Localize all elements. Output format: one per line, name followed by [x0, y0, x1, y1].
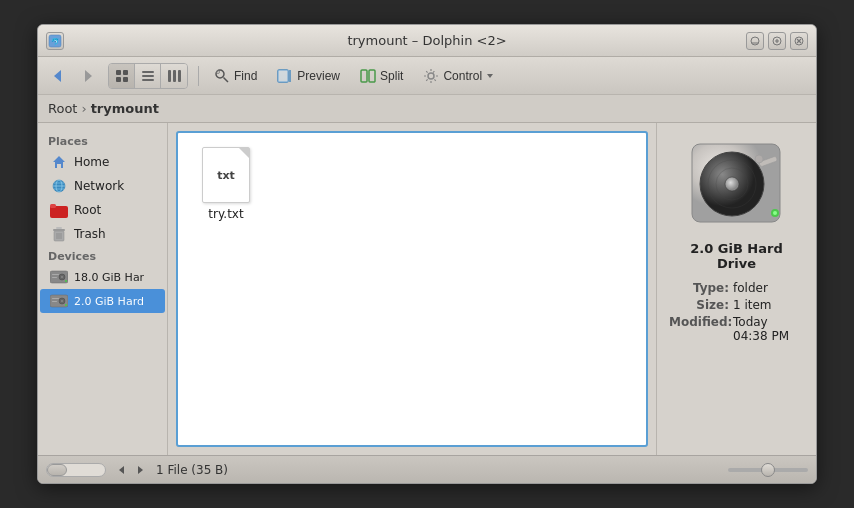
- preview-icon: [277, 68, 293, 84]
- svg-point-58: [65, 304, 67, 306]
- preview-label: Preview: [297, 69, 340, 83]
- statusbar-scroll-thumb[interactable]: [47, 464, 67, 476]
- toolbar-separator-1: [198, 66, 199, 86]
- toolbar: Find Preview Split Control: [38, 57, 816, 95]
- prev-icon: [117, 465, 127, 475]
- svg-rect-43: [56, 227, 62, 229]
- control-button[interactable]: Control: [414, 62, 503, 90]
- split-label: Split: [380, 69, 403, 83]
- svg-point-67: [773, 211, 777, 215]
- info-modified-row: Modified: Today 04:38 PM: [669, 315, 804, 343]
- addressbar: Root › trymount: [38, 95, 816, 123]
- info-type-row: Type: folder: [669, 281, 804, 295]
- svg-marker-10: [54, 70, 61, 82]
- sidebar-item-hdd1[interactable]: 18.0 GiB Har: [40, 265, 165, 289]
- svg-point-2: [751, 37, 759, 45]
- sidebar-item-home[interactable]: Home: [40, 150, 165, 174]
- svg-point-55: [61, 300, 63, 302]
- slider-track: [728, 468, 808, 472]
- icon-view-button[interactable]: [109, 64, 135, 88]
- window-menu-button[interactable]: 🐬: [46, 32, 64, 50]
- sidebar-hdd2-label: 2.0 GiB Hard: [74, 295, 144, 308]
- svg-point-30: [428, 73, 434, 79]
- sidebar-hdd1-label: 18.0 GiB Har: [74, 271, 144, 284]
- hdd-graphic-svg: [687, 139, 787, 229]
- titlebar: 🐬 trymount – Dolphin <2>: [38, 25, 816, 57]
- split-button[interactable]: Split: [351, 62, 412, 90]
- back-button[interactable]: [44, 62, 72, 90]
- svg-rect-50: [52, 274, 59, 275]
- sidebar: Places Home: [38, 123, 168, 455]
- svg-rect-21: [178, 70, 181, 82]
- statusbar-zoom-slider[interactable]: [728, 463, 808, 477]
- info-size-label: Size:: [669, 298, 729, 312]
- view-buttons: [108, 63, 188, 89]
- svg-rect-20: [173, 70, 176, 82]
- svg-rect-17: [142, 75, 154, 77]
- svg-text:🐬: 🐬: [51, 36, 60, 45]
- statusbar-prev-button[interactable]: [114, 462, 130, 478]
- breadcrumb-root[interactable]: Root: [48, 101, 77, 116]
- statusbar-nav: [114, 462, 148, 478]
- info-size-row: Size: 1 item: [669, 298, 804, 312]
- find-icon: [214, 68, 230, 84]
- back-icon: [49, 67, 67, 85]
- svg-point-65: [755, 155, 763, 163]
- control-label: Control: [443, 69, 482, 83]
- detail-view-button[interactable]: [135, 64, 161, 88]
- places-label: Places: [38, 131, 167, 150]
- svg-rect-14: [116, 77, 121, 82]
- svg-marker-31: [487, 74, 493, 78]
- svg-marker-69: [138, 466, 143, 474]
- sidebar-item-network[interactable]: Network: [40, 174, 165, 198]
- trash-icon: [50, 225, 68, 243]
- sidebar-item-hdd2[interactable]: 2.0 GiB Hard: [40, 289, 165, 313]
- find-button[interactable]: Find: [205, 62, 266, 90]
- find-label: Find: [234, 69, 257, 83]
- list-item[interactable]: txt try.txt: [186, 141, 266, 227]
- breadcrumb-separator: ›: [81, 101, 86, 116]
- preview-button[interactable]: Preview: [268, 62, 349, 90]
- minimize-button[interactable]: [746, 32, 764, 50]
- slider-thumb[interactable]: [761, 463, 775, 477]
- statusbar: 1 File (35 B): [38, 455, 816, 483]
- forward-icon: [79, 67, 97, 85]
- svg-rect-57: [52, 301, 57, 302]
- root-folder-icon: [50, 201, 68, 219]
- svg-rect-16: [142, 71, 154, 73]
- statusbar-scrollbar[interactable]: [46, 463, 106, 477]
- statusbar-file-count: 1 File (35 B): [156, 463, 720, 477]
- statusbar-next-button[interactable]: [132, 462, 148, 478]
- forward-button[interactable]: [74, 62, 102, 90]
- home-icon: [50, 153, 68, 171]
- close-button[interactable]: [790, 32, 808, 50]
- svg-rect-12: [116, 70, 121, 75]
- window-title: trymount – Dolphin <2>: [347, 33, 506, 48]
- info-panel: 2.0 GiB Hard Drive Type: folder Size: 1 …: [656, 123, 816, 455]
- maximize-button[interactable]: [768, 32, 786, 50]
- network-icon: [50, 177, 68, 195]
- svg-marker-68: [119, 466, 124, 474]
- svg-point-63: [725, 177, 739, 191]
- svg-point-52: [65, 280, 67, 282]
- svg-rect-19: [168, 70, 171, 82]
- svg-marker-32: [53, 156, 65, 168]
- file-area[interactable]: txt try.txt: [176, 131, 648, 447]
- info-size-value: 1 item: [733, 298, 772, 312]
- info-panel-title: 2.0 GiB Hard Drive: [669, 241, 804, 271]
- column-view-button[interactable]: [161, 64, 187, 88]
- svg-rect-13: [123, 70, 128, 75]
- maximize-icon: [772, 36, 782, 46]
- svg-rect-40: [50, 204, 56, 208]
- main-content: Places Home: [38, 123, 816, 455]
- sidebar-item-trash[interactable]: Trash: [40, 222, 165, 246]
- split-icon: [360, 68, 376, 84]
- file-name: try.txt: [208, 207, 243, 221]
- dolphin-window: 🐬 trymount – Dolphin <2>: [37, 24, 817, 484]
- svg-rect-51: [52, 277, 57, 278]
- file-icon-txt: txt: [202, 147, 250, 203]
- control-icon: [423, 68, 439, 84]
- sidebar-home-label: Home: [74, 155, 109, 169]
- sidebar-item-root[interactable]: Root: [40, 198, 165, 222]
- hdd1-icon: [50, 268, 68, 286]
